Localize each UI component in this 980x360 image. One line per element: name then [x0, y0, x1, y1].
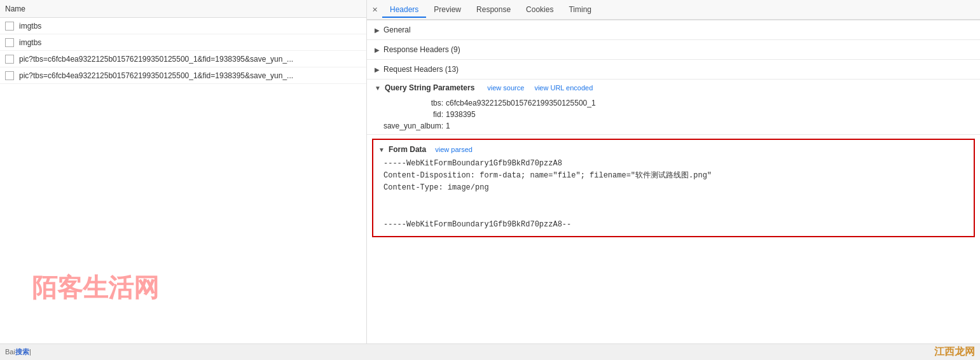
- list-item-checkbox[interactable]: [5, 55, 14, 64]
- list-item-checkbox[interactable]: [5, 22, 14, 31]
- tab-close-button[interactable]: ✕: [369, 4, 380, 15]
- param-value: c6fcb4ea9322125b015762199350125500_1: [446, 99, 596, 107]
- response-headers-label: Response Headers (9): [383, 45, 460, 54]
- form-data-content: -----WebKitFormBoundary1Gfb9BkRd70pzzA8 …: [378, 158, 969, 231]
- list-item-text: imgtbs: [19, 22, 41, 31]
- form-data-section: ▼ Form Data view parsed -----WebKitFormB…: [372, 139, 975, 237]
- query-string-params-section: ▼ Query String Parameters view source vi…: [367, 80, 980, 135]
- qsp-arrow-icon: ▼: [375, 85, 381, 92]
- tab-preview[interactable]: Preview: [426, 3, 469, 18]
- baidu-logo: Bai搜索|: [5, 347, 31, 357]
- form-data-arrow-icon: ▼: [378, 146, 385, 153]
- list-item[interactable]: pic?tbs=c6fcb4ea9322125b0157621993501255…: [0, 51, 366, 67]
- right-panel: ✕ HeadersPreviewResponseCookiesTiming ▶ …: [367, 0, 980, 343]
- tab-headers[interactable]: Headers: [382, 3, 426, 18]
- request-headers-label: Request Headers (13): [383, 65, 459, 74]
- param-key: save_yun_album:: [380, 121, 443, 130]
- list-item-checkbox[interactable]: [5, 71, 14, 80]
- left-header: Name: [0, 0, 366, 18]
- bottom-bar: Bai搜索| 江西龙网: [0, 343, 980, 360]
- form-data-header: ▼ Form Data view parsed: [378, 145, 969, 154]
- form-data-title: Form Data: [389, 145, 426, 154]
- param-key: tbs:: [380, 99, 443, 107]
- response-headers-section-header[interactable]: ▶ Response Headers (9): [367, 40, 980, 59]
- response-headers-arrow-icon: ▶: [375, 46, 380, 53]
- view-source-link[interactable]: view source: [487, 84, 524, 92]
- list-item-text: pic?tbs=c6fcb4ea9322125b0157621993501255…: [19, 55, 293, 64]
- view-parsed-link[interactable]: view parsed: [435, 146, 473, 153]
- request-list: imgtbsimgtbspic?tbs=c6fcb4ea9322125b0157…: [0, 18, 366, 343]
- response-headers-section: ▶ Response Headers (9): [367, 40, 980, 60]
- request-headers-section-header[interactable]: ▶ Request Headers (13): [367, 60, 980, 79]
- watermark-right: 江西龙网: [934, 345, 975, 359]
- list-item[interactable]: imgtbs: [0, 18, 366, 34]
- view-url-encoded-link[interactable]: view URL encoded: [534, 84, 593, 92]
- list-item[interactable]: imgtbs: [0, 34, 366, 51]
- list-item-checkbox[interactable]: [5, 38, 14, 47]
- bottom-left: Bai搜索|: [5, 347, 31, 357]
- tab-cookies[interactable]: Cookies: [518, 3, 561, 18]
- request-headers-section: ▶ Request Headers (13): [367, 60, 980, 80]
- general-label: General: [383, 25, 411, 34]
- tab-response[interactable]: Response: [469, 3, 518, 18]
- general-section-header[interactable]: ▶ General: [367, 20, 980, 39]
- panel-content: ▶ General ▶ Response Headers (9) ▶ Reque…: [367, 20, 980, 343]
- left-panel: Name imgtbsimgtbspic?tbs=c6fcb4ea9322125…: [0, 0, 367, 343]
- name-column-header: Name: [5, 4, 25, 13]
- qsp-header: ▼ Query String Parameters view source vi…: [367, 80, 980, 96]
- request-headers-arrow-icon: ▶: [375, 66, 380, 73]
- tabs-bar: ✕ HeadersPreviewResponseCookiesTiming: [367, 0, 980, 20]
- list-item-text: imgtbs: [19, 38, 41, 47]
- param-key: fid:: [380, 110, 443, 119]
- param-row: save_yun_album:1: [380, 120, 980, 132]
- qsp-title: Query String Parameters: [385, 83, 474, 92]
- param-value: 1938395: [446, 110, 476, 119]
- param-row: fid:1938395: [380, 109, 980, 120]
- tab-timing[interactable]: Timing: [561, 3, 599, 18]
- general-arrow-icon: ▶: [375, 27, 380, 34]
- qsp-params: tbs:c6fcb4ea9322125b015762199350125500_1…: [367, 96, 980, 134]
- param-row: tbs:c6fcb4ea9322125b015762199350125500_1: [380, 97, 980, 109]
- list-item-text: pic?tbs=c6fcb4ea9322125b0157621993501255…: [19, 71, 293, 80]
- list-item[interactable]: pic?tbs=c6fcb4ea9322125b0157621993501255…: [0, 67, 366, 84]
- general-section: ▶ General: [367, 20, 980, 40]
- param-value: 1: [446, 121, 450, 130]
